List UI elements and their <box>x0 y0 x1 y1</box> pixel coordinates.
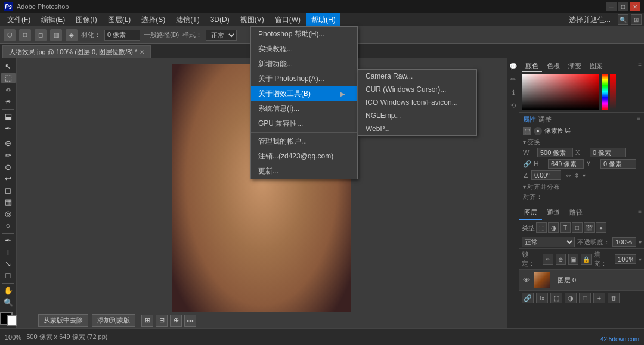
blend-mode-select[interactable]: 正常 <box>522 237 575 247</box>
style-select[interactable]: 正常 <box>206 30 237 41</box>
help-new-features-item[interactable]: 新增功能... <box>251 57 357 72</box>
panel-expand[interactable]: ≡ <box>637 115 640 124</box>
layers-panel-menu[interactable]: ≡ <box>636 206 644 220</box>
channels-tab[interactable]: 通道 <box>542 206 565 220</box>
filter-smart-btn[interactable]: 🎬 <box>584 222 595 233</box>
history-icon[interactable]: ⟲ <box>508 100 519 111</box>
plugin-webp-item[interactable]: WebP... <box>358 122 476 135</box>
flip-v-icon[interactable]: ⇕ <box>574 172 579 179</box>
select-refine-btn[interactable]: 选择并遮住... <box>564 13 615 26</box>
chat-icon[interactable]: 💬 <box>508 61 519 72</box>
angle-input[interactable] <box>531 170 561 180</box>
feather-input[interactable] <box>104 30 140 41</box>
search-icon-btn[interactable]: 🔍 <box>618 14 628 25</box>
text-tool[interactable]: T <box>1 247 16 258</box>
plugin-nglem-item[interactable]: NGLEmp... <box>358 109 476 122</box>
help-about-photoshop-item[interactable]: 关于 Photoshop(A)... <box>251 72 357 86</box>
filter-shape-btn[interactable]: □ <box>572 222 583 233</box>
layout-icon-btn[interactable]: ⊞ <box>631 14 642 25</box>
dodge-tool[interactable]: ○ <box>1 220 16 231</box>
plugin-cur-item[interactable]: CUR (Windows Cursor)... <box>358 83 476 96</box>
filter-pixel-btn[interactable]: ⬚ <box>536 222 547 233</box>
path-tool[interactable]: ↘ <box>1 259 16 270</box>
add-mask-btn[interactable]: 添加到蒙版 <box>92 314 135 327</box>
canvas-btn3[interactable]: ⊕ <box>170 315 182 327</box>
magic-wand-tool[interactable]: ✴ <box>1 96 16 107</box>
filter-toggle-btn[interactable]: ● <box>596 222 606 233</box>
more-icon[interactable]: ▾ <box>583 172 586 179</box>
lock-artboard-btn[interactable]: ▣ <box>568 254 578 265</box>
menu-filter[interactable]: 滤镜(T) <box>171 13 204 26</box>
background-color[interactable] <box>7 315 17 326</box>
flip-h-icon[interactable]: ⇔ <box>566 172 571 179</box>
help-hands-on-item[interactable]: 实操教程... <box>251 42 357 57</box>
tab-close-icon[interactable]: ✕ <box>140 49 144 55</box>
crop-tool[interactable]: ⬓ <box>1 111 16 122</box>
history-tool[interactable]: ↩ <box>1 173 16 184</box>
canvas-btn1[interactable]: ⊞ <box>141 315 153 327</box>
shape-tool[interactable]: □ <box>1 270 16 281</box>
x-input[interactable] <box>590 148 626 157</box>
document-tab[interactable]: 人物效果.jpg @ 100% (图层 0, 图层位数/8) * ✕ <box>2 45 151 58</box>
layer-new-btn[interactable]: + <box>593 293 605 303</box>
help-updates-item[interactable]: 更新... <box>251 164 357 179</box>
gradient-tool[interactable]: ▦ <box>1 197 16 208</box>
align-collapse-arrow[interactable]: ▾ <box>523 184 526 190</box>
color-tab[interactable]: 颜色 <box>522 61 542 72</box>
plugin-ico-item[interactable]: ICO Windows Icon/Favicon... <box>358 96 476 109</box>
layers-tab[interactable]: 图层 <box>519 206 542 220</box>
panel-menu-icon[interactable]: ≡ <box>638 61 642 72</box>
adjustments-tab[interactable]: 调整 <box>538 115 552 124</box>
brush-tool[interactable]: ✏ <box>1 150 16 161</box>
layer-adj-btn[interactable]: ◑ <box>565 293 577 303</box>
menu-window[interactable]: 窗口(W) <box>270 13 305 26</box>
eraser-tool[interactable]: ◻ <box>1 185 16 196</box>
lock-position-btn[interactable]: ⊕ <box>556 254 566 265</box>
layer-mask-btn[interactable]: ⬚ <box>550 293 562 303</box>
filter-text-btn[interactable]: T <box>560 222 571 233</box>
menu-view[interactable]: 视图(V) <box>236 13 269 26</box>
pattern-tab[interactable]: 图案 <box>586 61 606 72</box>
layer-eye-icon[interactable]: 👁 <box>522 275 531 285</box>
lock-all-btn[interactable]: 🔒 <box>581 254 591 265</box>
close-button[interactable]: ✕ <box>630 2 640 11</box>
blur-tool[interactable]: ◎ <box>1 208 16 219</box>
properties-tab[interactable]: 属性 <box>523 115 536 124</box>
h-input[interactable] <box>548 159 584 169</box>
canvas-btn2[interactable]: ⊟ <box>156 315 168 327</box>
transform-collapse-arrow[interactable]: ▾ <box>523 139 526 145</box>
fill-input[interactable] <box>615 254 636 264</box>
swatches-tab[interactable]: 色板 <box>543 61 564 72</box>
hand-tool[interactable]: ✋ <box>1 285 16 297</box>
color-alpha-bar[interactable] <box>610 74 616 110</box>
opacity-arrow[interactable]: ▾ <box>639 239 642 245</box>
brush-icon[interactable]: ✏ <box>508 74 519 85</box>
color-gradient-box[interactable] <box>522 74 599 110</box>
link-icon[interactable]: 🔗 <box>523 160 531 168</box>
pen-tool[interactable]: ✒ <box>1 235 16 246</box>
layer-visible-icon[interactable]: ● <box>534 127 542 135</box>
menu-help[interactable]: 帮助(H) <box>306 13 340 26</box>
help-system-info-item[interactable]: 系统信息(I)... <box>251 101 357 116</box>
selection-tool[interactable]: ⬚ <box>1 73 16 84</box>
y-input[interactable] <box>600 159 636 169</box>
gradient-tab[interactable]: 渐变 <box>565 61 585 72</box>
move-tool[interactable]: ↖ <box>1 61 16 72</box>
help-deactivate-item[interactable]: 注销...(zd423@qq.com) <box>251 149 357 164</box>
menu-3d[interactable]: 3D(D) <box>206 13 234 26</box>
zoom-tool[interactable]: 🔍 <box>1 297 16 308</box>
help-gpu-compat-item[interactable]: GPU 兼容性... <box>251 116 357 131</box>
w-input[interactable] <box>537 148 573 157</box>
layer-effects-btn[interactable]: fx <box>536 293 548 303</box>
canvas-btn4[interactable]: ••• <box>184 315 196 327</box>
menu-edit[interactable]: 编辑(E) <box>36 13 70 26</box>
opacity-input[interactable] <box>612 237 636 247</box>
minimize-button[interactable]: ─ <box>606 2 617 11</box>
layer-name[interactable]: 图层 0 <box>558 276 642 285</box>
layer-group-btn[interactable]: □ <box>579 293 591 303</box>
eyedropper-tool[interactable]: ✒ <box>1 123 16 134</box>
color-hue-bar[interactable] <box>602 74 608 110</box>
help-photoshop-item[interactable]: Photoshop 帮助(H)... <box>251 27 357 42</box>
fg-bg-colors[interactable] <box>0 312 17 326</box>
lock-pixels-btn[interactable]: ✏ <box>543 254 553 265</box>
